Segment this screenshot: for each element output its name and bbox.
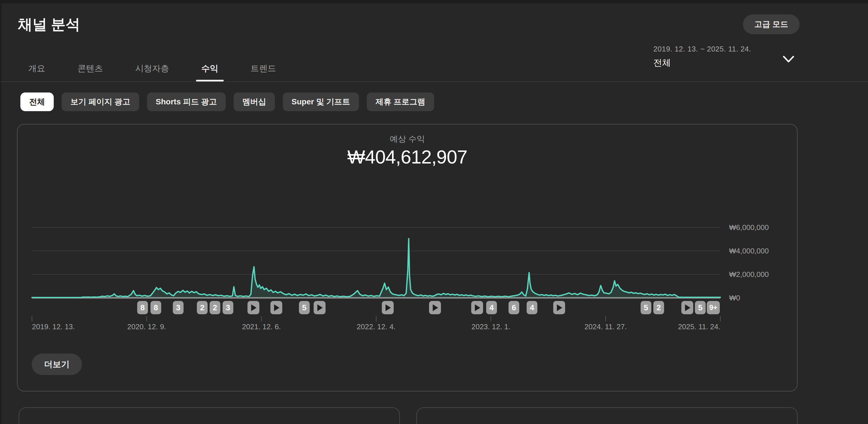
x-axis-label: 2025. 11. 24. (678, 323, 720, 331)
revenue-filter-chips: 전체보기 페이지 광고Shorts 피드 광고멤버십Super 및 기프트제휴 … (20, 92, 434, 111)
date-range-selector[interactable]: 2019. 12. 13. ~ 2025. 11. 24. 전체 (653, 45, 812, 73)
video-marker-count[interactable]: 8 (151, 301, 161, 314)
analytics-tabbar: 개요콘텐츠시청자층수익트렌드 (19, 55, 285, 82)
video-marker-count[interactable]: 2 (197, 301, 208, 314)
play-icon (557, 304, 562, 311)
video-marker-count[interactable]: 3 (173, 301, 184, 314)
tabbar-divider (0, 82, 868, 82)
play-icon (251, 304, 256, 311)
chip-Shorts 피드 광고[interactable]: Shorts 피드 광고 (147, 92, 226, 111)
revenue-chart-card: 예상 수익 ₩404,612,907 88322354645259+ 2019.… (17, 124, 798, 391)
video-marker-count[interactable]: 5 (299, 301, 310, 314)
advanced-mode-button[interactable]: 고급 모드 (743, 14, 800, 34)
x-axis-label: 2020. 12. 9. (127, 323, 166, 331)
video-marker-play[interactable] (270, 301, 282, 314)
video-marker-count[interactable]: 5 (695, 301, 706, 314)
video-marker-play[interactable] (382, 301, 394, 314)
video-marker-count[interactable]: 5 (641, 301, 651, 314)
video-marker-play[interactable] (429, 301, 441, 314)
video-marker-count[interactable]: 6 (508, 301, 519, 314)
x-axis-label: 2019. 12. 13. (32, 323, 75, 331)
chevron-down-icon[interactable] (782, 54, 795, 65)
play-icon (475, 304, 480, 311)
video-marker-play[interactable] (471, 301, 483, 314)
chip-보기 페이지 광고[interactable]: 보기 페이지 광고 (62, 92, 139, 111)
y-axis-label: ₩4,000,000 (729, 246, 769, 255)
chip-전체[interactable]: 전체 (20, 92, 54, 111)
video-marker-play[interactable] (247, 301, 259, 314)
revenue-area-fill (32, 238, 720, 298)
x-axis-label: 2022. 12. 4. (356, 323, 395, 331)
bottom-right-card (416, 407, 798, 424)
video-marker-count[interactable]: 9+ (707, 301, 720, 314)
video-marker-play[interactable] (553, 301, 565, 314)
page-title: 채널 분석 (18, 15, 80, 34)
see-more-button[interactable]: 더보기 (32, 354, 82, 375)
play-icon (317, 304, 323, 311)
video-marker-count[interactable]: 8 (137, 301, 148, 314)
y-axis-label: ₩2,000,000 (729, 270, 769, 279)
video-marker-count[interactable]: 4 (527, 301, 537, 314)
tab-시청자층[interactable]: 시청자층 (126, 55, 178, 82)
video-marker-count[interactable]: 2 (210, 301, 220, 314)
tab-트렌드[interactable]: 트렌드 (242, 55, 285, 82)
video-marker-play[interactable] (681, 301, 693, 314)
window-top-edge (0, 0, 868, 3)
tab-개요[interactable]: 개요 (19, 55, 54, 82)
x-axis-label: 2023. 12. 1. (471, 323, 510, 331)
window-left-edge (0, 0, 1, 424)
play-icon (433, 304, 438, 311)
date-range-text: 2019. 12. 13. ~ 2025. 11. 24. (653, 45, 812, 54)
tab-수익[interactable]: 수익 (192, 55, 227, 82)
y-axis-label: ₩0 (729, 293, 740, 302)
chip-제휴 프로그램[interactable]: 제휴 프로그램 (367, 92, 434, 111)
video-marker-count[interactable]: 3 (223, 301, 233, 314)
play-icon (385, 304, 391, 311)
video-marker-count[interactable]: 2 (653, 301, 664, 314)
video-marker-count[interactable]: 4 (486, 301, 497, 314)
bottom-left-card (19, 407, 400, 424)
chip-Super 및 기프트[interactable]: Super 및 기프트 (283, 92, 359, 111)
chip-멤버십[interactable]: 멤버십 (234, 92, 275, 111)
play-icon (685, 304, 690, 311)
revenue-line-chart[interactable] (18, 124, 798, 392)
y-axis-label: ₩6,000,000 (729, 223, 769, 232)
play-icon (274, 304, 279, 311)
video-marker-play[interactable] (314, 301, 326, 314)
x-axis-label: 2024. 11. 27. (584, 323, 627, 331)
x-axis-label: 2021. 12. 6. (242, 323, 281, 331)
tab-콘텐츠[interactable]: 콘텐츠 (68, 55, 112, 82)
